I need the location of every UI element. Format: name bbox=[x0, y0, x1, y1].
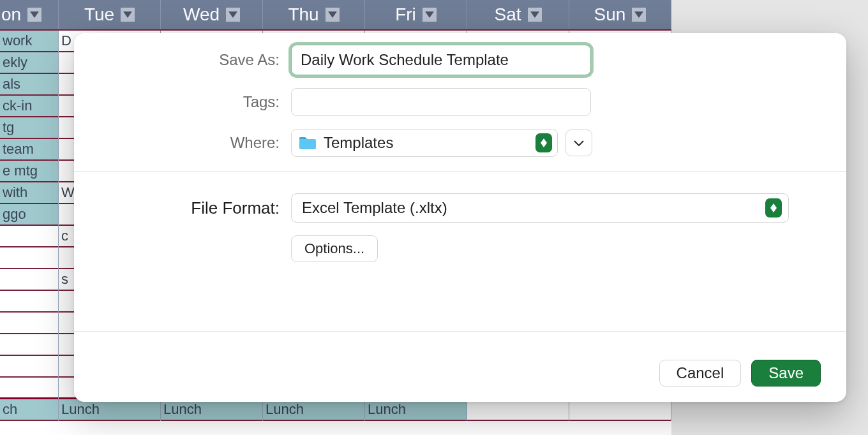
calendar-cell: work bbox=[0, 31, 58, 52]
cancel-button[interactable]: Cancel bbox=[659, 360, 742, 387]
calendar-cell: ggo bbox=[0, 204, 58, 226]
calendar-cell: e mtg bbox=[0, 161, 58, 182]
day-header-label: Sat bbox=[494, 4, 521, 25]
save-as-label: Save As: bbox=[100, 51, 291, 69]
day-header-cell: Sun bbox=[569, 0, 671, 29]
file-format-value: Excel Template (.xltx) bbox=[302, 199, 447, 217]
calendar-cell bbox=[0, 378, 58, 399]
file-format-stepper-icon bbox=[765, 198, 782, 218]
day-header-cell: Fri bbox=[365, 0, 467, 29]
dropdown-icon[interactable] bbox=[632, 8, 646, 22]
calendar-cell bbox=[0, 313, 58, 334]
dropdown-icon[interactable] bbox=[423, 8, 437, 22]
day-header-label: on bbox=[1, 4, 21, 25]
day-header-cell: Thu bbox=[263, 0, 365, 29]
calendar-cell: Lunch bbox=[161, 399, 262, 421]
dropdown-icon[interactable] bbox=[121, 8, 135, 22]
calendar-cell: als bbox=[0, 74, 58, 96]
calendar-cell: with bbox=[0, 182, 58, 204]
file-format-label: File Format: bbox=[100, 198, 291, 218]
day-header-label: Thu bbox=[288, 4, 318, 25]
where-value: Templates bbox=[324, 134, 393, 152]
calendar-cell: ck-in bbox=[0, 96, 58, 117]
where-label: Where: bbox=[100, 134, 291, 152]
tags-input[interactable] bbox=[291, 88, 591, 116]
day-header-label: Fri bbox=[395, 4, 416, 25]
tags-label: Tags: bbox=[100, 93, 291, 111]
file-format-select[interactable]: Excel Template (.xltx) bbox=[291, 193, 789, 223]
calendar-cell: Lunch bbox=[59, 399, 160, 421]
calendar-day-header: onTueWedThuFriSatSun bbox=[0, 0, 671, 31]
divider bbox=[74, 171, 846, 172]
calendar-cell bbox=[0, 356, 58, 378]
day-header-cell: Tue bbox=[59, 0, 161, 29]
dropdown-icon[interactable] bbox=[27, 8, 41, 22]
calendar-cell bbox=[467, 399, 569, 421]
where-select[interactable]: Templates bbox=[291, 129, 558, 157]
day-header-label: Wed bbox=[183, 4, 220, 25]
dropdown-icon[interactable] bbox=[528, 8, 542, 22]
calendar-cell: ekly bbox=[0, 52, 58, 74]
calendar-cell bbox=[0, 226, 58, 247]
day-header-cell: Wed bbox=[161, 0, 263, 29]
day-header-cell: Sat bbox=[467, 0, 569, 29]
save-dialog: Save As: Tags: Where: Templates bbox=[74, 33, 846, 402]
dropdown-icon[interactable] bbox=[326, 8, 340, 22]
calendar-cell: team bbox=[0, 139, 58, 161]
calendar-column: workeklyalsck-intgteame mtgwithggoch bbox=[0, 31, 59, 421]
day-header-cell: on bbox=[0, 0, 59, 29]
calendar-cell: tg bbox=[0, 117, 58, 139]
save-button[interactable]: Save bbox=[751, 360, 821, 387]
calendar-cell: Lunch bbox=[365, 399, 467, 421]
calendar-cell: ch bbox=[0, 399, 58, 421]
calendar-cell bbox=[0, 269, 58, 291]
where-stepper-icon bbox=[535, 133, 552, 152]
calendar-cell: Lunch bbox=[263, 399, 364, 421]
day-header-label: Sun bbox=[594, 4, 626, 25]
dropdown-icon[interactable] bbox=[226, 8, 240, 22]
save-as-input[interactable] bbox=[291, 45, 591, 75]
day-header-label: Tue bbox=[84, 4, 114, 25]
options-button[interactable]: Options... bbox=[291, 235, 378, 262]
folder-icon bbox=[298, 135, 317, 151]
calendar-cell bbox=[569, 399, 671, 421]
calendar-cell bbox=[0, 247, 58, 269]
calendar-cell bbox=[0, 334, 58, 356]
expand-location-button[interactable] bbox=[565, 129, 592, 156]
calendar-cell bbox=[0, 291, 58, 313]
